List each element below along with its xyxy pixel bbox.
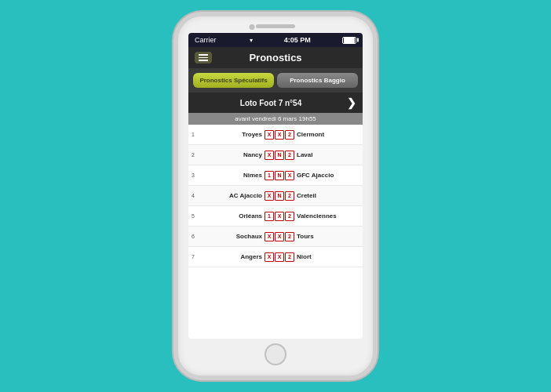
status-bar: Carrier ▾ 4:05 PM	[188, 33, 363, 47]
match-number: 1	[192, 132, 199, 137]
hamburger-line-2	[199, 57, 208, 59]
prediction-box: 1	[265, 171, 274, 180]
home-button[interactable]	[265, 343, 286, 365]
phone-frame: Carrier ▾ 4:05 PM Pronostics Pronostics …	[173, 12, 378, 380]
prediction-box: X	[285, 171, 294, 180]
loto-header[interactable]: Loto Foot 7 n°54 ❯	[188, 93, 363, 113]
prediction-box: 1	[265, 212, 274, 221]
match-row: 5Orléans1X2Valenciennes	[188, 206, 363, 227]
away-team: Tours	[294, 233, 359, 240]
match-row: 7AngersXX2Niort	[188, 247, 363, 267]
predictions: XX2	[265, 232, 294, 241]
phone-screen: Carrier ▾ 4:05 PM Pronostics Pronostics …	[188, 33, 363, 339]
battery-fill	[344, 38, 355, 43]
home-team: Nimes	[199, 172, 265, 179]
match-row: 3Nimes1NXGFC Ajaccio	[188, 165, 363, 186]
match-number: 2	[192, 152, 199, 158]
prediction-box: N	[275, 191, 284, 201]
hamburger-line-3	[199, 60, 208, 61]
match-row: 1TroyesXX2Clermont	[188, 125, 363, 145]
prediction-box: X	[275, 212, 284, 221]
page-title: Pronostics	[249, 52, 301, 64]
match-row: 2NancyXN2Laval	[188, 145, 363, 165]
match-row: 6SochauxXX2Tours	[188, 227, 363, 247]
prediction-box: X	[265, 151, 274, 160]
home-team: Nancy	[199, 151, 265, 158]
match-number: 3	[192, 172, 199, 178]
nav-bar: Pronostics	[188, 47, 363, 68]
date-bar: avant vendredi 6 mars 19h55	[188, 113, 363, 125]
matches-list: 1TroyesXX2Clermont2NancyXN2Laval3Nimes1N…	[188, 125, 363, 339]
phone-camera	[250, 24, 255, 30]
match-number: 6	[192, 234, 199, 239]
phone-speaker	[256, 24, 295, 28]
away-team: Valenciennes	[294, 212, 359, 220]
prediction-box: 2	[285, 130, 294, 140]
away-team: Niort	[294, 253, 359, 260]
away-team: Creteil	[294, 192, 359, 199]
home-team: Troyes	[199, 131, 265, 138]
predictions: XN2	[265, 151, 294, 160]
match-row: 4AC AjaccioXN2Creteil	[188, 186, 363, 206]
match-number: 7	[192, 254, 199, 260]
predictions: 1NX	[265, 171, 294, 180]
predictions: XX2	[265, 252, 294, 262]
prediction-box: X	[265, 191, 274, 201]
home-team: Angers	[199, 253, 265, 260]
predictions: XX2	[265, 130, 294, 140]
prediction-box: N	[275, 171, 284, 180]
battery-icon	[342, 37, 356, 44]
clock: 4:05 PM	[284, 36, 311, 44]
prediction-box: 2	[285, 212, 294, 221]
home-team: AC Ajaccio	[199, 192, 265, 199]
prediction-box: X	[275, 252, 284, 262]
prediction-box: X	[265, 252, 274, 262]
menu-button[interactable]	[195, 52, 212, 64]
prediction-box: X	[275, 130, 284, 140]
carrier-label: Carrier	[195, 36, 217, 44]
predictions: XN2	[265, 191, 294, 201]
prediction-box: 2	[285, 252, 294, 262]
tab-speculatifs[interactable]: Pronostics Spéculatifs	[193, 73, 274, 88]
prediction-box: N	[275, 151, 284, 160]
loto-title: Loto Foot 7 n°54	[195, 99, 347, 107]
away-team: GFC Ajaccio	[294, 172, 359, 179]
predictions: 1X2	[265, 212, 294, 221]
prediction-box: X	[275, 232, 284, 241]
match-number: 4	[192, 193, 199, 198]
prediction-box: X	[265, 130, 274, 140]
home-team: Sochaux	[199, 233, 265, 240]
prediction-box: 2	[285, 232, 294, 241]
loto-arrow: ❯	[347, 96, 356, 109]
wifi-icon: ▾	[250, 37, 253, 44]
away-team: Clermont	[294, 131, 359, 138]
prediction-box: X	[265, 232, 274, 241]
hamburger-line-1	[199, 54, 208, 56]
tabs-container: Pronostics Spéculatifs Pronostics Baggio	[188, 68, 363, 93]
prediction-box: 2	[285, 191, 294, 201]
away-team: Laval	[294, 151, 359, 158]
prediction-box: 2	[285, 151, 294, 160]
match-number: 5	[192, 213, 199, 219]
tab-baggio[interactable]: Pronostics Baggio	[277, 73, 358, 88]
home-team: Orléans	[199, 212, 265, 220]
